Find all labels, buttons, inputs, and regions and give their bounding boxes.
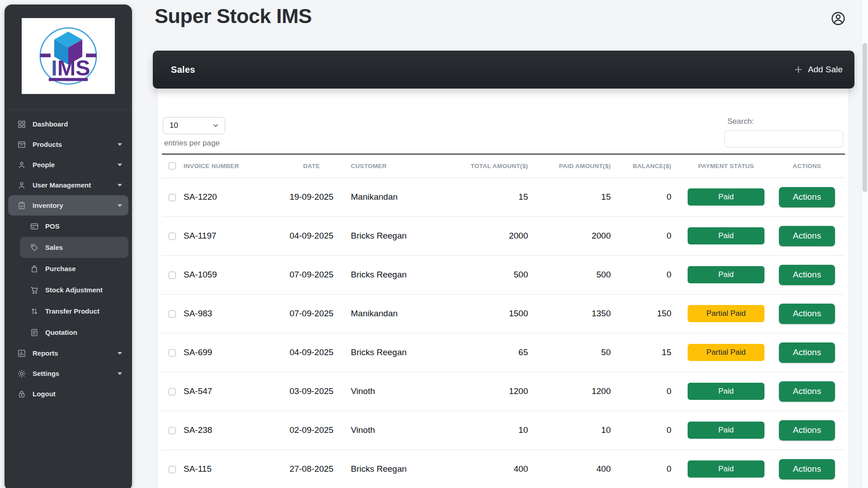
sales-card: 10 entries per page Search: INVOICE NUMB…	[157, 63, 849, 488]
sidebar-item-pos[interactable]: POS	[20, 216, 128, 237]
sidebar-item-label: User Management	[33, 181, 91, 189]
sidebar-item-label: Quotation	[45, 328, 77, 336]
table-row: SA-699 04-09-2025 Bricks Reegan 65 50 15…	[162, 333, 845, 372]
sidebar-item-purchase[interactable]: Purchase	[20, 258, 128, 279]
paid-amount-cell: 500	[540, 255, 623, 294]
sidebar-item-label: Sales	[45, 244, 63, 251]
actions-button[interactable]: Actions	[779, 304, 835, 324]
page: I M S DashboardProductsPeopleUser Manage…	[0, 0, 868, 488]
table-row: SA-1220 19-09-2025 Manikandan 15 15 0 Pa…	[162, 178, 845, 216]
sidebar-item-transfer-product[interactable]: Transfer Product	[20, 300, 128, 322]
actions-button[interactable]: Actions	[779, 381, 835, 402]
scrollbar-thumb[interactable]	[863, 43, 867, 192]
sidebar: I M S DashboardProductsPeopleUser Manage…	[5, 5, 132, 488]
total-amount-cell: 1500	[454, 294, 540, 333]
sales-table: INVOICE NUMBERDATECUSTOMERTOTAL AMOUNT($…	[162, 154, 845, 488]
sidebar-item-label: Logout	[33, 390, 56, 398]
page-title: Super Stock IMS	[155, 5, 312, 28]
sidebar-item-user-management[interactable]: User Management	[8, 175, 128, 195]
chevron-down-icon	[118, 164, 122, 166]
sidebar-item-people[interactable]: People	[8, 155, 128, 175]
gear-icon	[17, 369, 26, 378]
row-checkbox[interactable]	[169, 466, 176, 473]
total-amount-cell: 2000	[454, 216, 540, 255]
row-checkbox[interactable]	[169, 427, 176, 434]
payment-status-badge: Paid	[688, 383, 764, 400]
actions-button[interactable]: Actions	[779, 187, 835, 207]
row-checkbox[interactable]	[169, 349, 176, 357]
invoice-number-cell: SA-547	[183, 372, 273, 411]
actions-button[interactable]: Actions	[779, 265, 835, 285]
sales-table-body: SA-1220 19-09-2025 Manikandan 15 15 0 Pa…	[162, 178, 845, 488]
date-cell: 03-09-2025	[273, 372, 350, 411]
customer-cell: Bricks Reegan	[350, 450, 454, 488]
row-checkbox[interactable]	[169, 194, 176, 201]
user-profile-icon[interactable]	[830, 11, 846, 27]
row-checkbox[interactable]	[169, 310, 176, 318]
entries-per-page-label: entries per page	[164, 139, 225, 148]
paid-amount-cell: 1200	[540, 372, 623, 411]
sidebar-item-dashboard[interactable]: Dashboard	[8, 114, 128, 134]
add-sale-button[interactable]: Add Sale	[793, 65, 843, 75]
date-cell: 27-08-2025	[273, 450, 350, 488]
chevron-down-icon	[212, 122, 219, 129]
row-checkbox[interactable]	[169, 388, 176, 395]
table-row: SA-547 03-09-2025 Vinoth 1200 1200 0 Pai…	[162, 372, 845, 411]
lock-icon	[17, 389, 26, 399]
svg-text:S: S	[75, 56, 90, 80]
actions-button[interactable]: Actions	[779, 343, 835, 363]
quotation-doc-icon	[30, 328, 39, 337]
search-control: Search:	[724, 117, 843, 147]
balance-cell: 0	[623, 372, 683, 411]
sidebar-item-stock-adjustment[interactable]: Stock Adjustment	[20, 279, 128, 300]
cart-icon	[30, 286, 39, 295]
chevron-down-icon	[118, 372, 122, 375]
total-amount-cell: 500	[454, 255, 540, 294]
chevron-down-icon	[118, 352, 122, 355]
date-cell: 07-09-2025	[273, 255, 350, 294]
clipboard-check-icon	[17, 201, 26, 210]
date-cell: 02-09-2025	[273, 411, 350, 450]
select-all-checkbox[interactable]	[169, 162, 176, 169]
entries-per-page-select[interactable]: 10	[163, 117, 225, 134]
row-checkbox[interactable]	[169, 272, 176, 279]
ims-logo-icon: I M S	[32, 25, 105, 87]
person-icon	[17, 181, 26, 190]
balance-cell: 0	[623, 178, 683, 216]
page-scrollbar[interactable]	[861, 0, 868, 488]
svg-text:I: I	[51, 56, 57, 80]
table-row: SA-1197 04-09-2025 Bricks Reegan 2000 20…	[162, 216, 845, 255]
payment-status-badge: Paid	[688, 188, 764, 206]
sidebar-item-label: People	[33, 161, 55, 169]
column-header-customer: CUSTOMER	[350, 154, 454, 178]
balance-cell: 150	[623, 294, 683, 333]
plus-icon	[793, 65, 803, 75]
sidebar-item-label: Settings	[33, 370, 59, 377]
paid-amount-cell: 50	[540, 333, 623, 372]
customer-cell: Manikandan	[350, 178, 454, 216]
purchase-bag-icon	[30, 264, 39, 273]
actions-button[interactable]: Actions	[779, 420, 835, 441]
table-row: SA-983 07-09-2025 Manikandan 1500 1350 1…	[162, 294, 845, 333]
sidebar-item-label: Dashboard	[33, 120, 68, 128]
search-input[interactable]	[724, 130, 843, 147]
row-checkbox[interactable]	[169, 233, 176, 240]
sidebar-item-quotation[interactable]: Quotation	[20, 322, 128, 343]
actions-button[interactable]: Actions	[779, 459, 835, 479]
sidebar-item-products[interactable]: Products	[8, 134, 128, 155]
column-header-invoice-number: INVOICE NUMBER	[183, 154, 273, 178]
sidebar-item-logout[interactable]: Logout	[8, 384, 128, 404]
sidebar-item-sales[interactable]: Sales	[20, 237, 128, 258]
table-row: SA-238 02-09-2025 Vinoth 10 10 0 Paid Ac…	[162, 411, 845, 450]
total-amount-cell: 400	[454, 450, 540, 488]
sidebar-item-inventory[interactable]: Inventory	[8, 195, 128, 216]
sidebar-item-settings[interactable]: Settings	[8, 363, 128, 384]
total-amount-cell: 65	[454, 333, 540, 372]
chevron-down-icon	[118, 143, 122, 146]
sidebar-item-label: Inventory	[33, 202, 63, 209]
products-box-icon	[17, 140, 26, 149]
paid-amount-cell: 1350	[540, 294, 623, 333]
actions-button[interactable]: Actions	[779, 226, 835, 246]
sidebar-item-reports[interactable]: Reports	[8, 343, 128, 363]
paid-amount-cell: 2000	[540, 216, 623, 255]
